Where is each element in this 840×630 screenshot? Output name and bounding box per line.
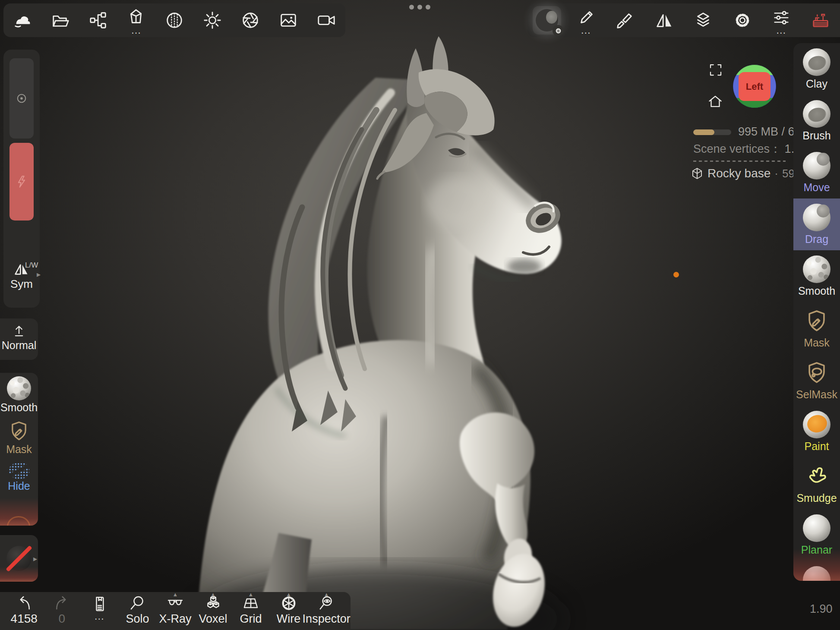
top-left-toolbar: … [3, 3, 345, 37]
object-name: Rocky base [707, 167, 771, 180]
material-settings-badge[interactable] [553, 25, 564, 36]
brush-tool-paint[interactable]: Paint [793, 406, 840, 457]
multitask-handle[interactable] [409, 5, 430, 9]
settings-button[interactable] [724, 3, 761, 37]
smooth-rocky-sphere-icon [803, 255, 831, 283]
brush-tool-drag[interactable]: Drag [793, 198, 840, 250]
undo-arrow-icon [15, 595, 34, 612]
inspector-button[interactable]: ▲ Inspector [308, 595, 345, 629]
quick-tool-hide[interactable]: Hide [0, 456, 38, 492]
sun-icon [202, 10, 222, 30]
caret-up-icon: ▲ [248, 591, 254, 598]
camera-button[interactable] [308, 3, 345, 37]
top-right-toolbar: … … [527, 3, 840, 37]
topology-sphere-icon [164, 10, 184, 30]
tool-label: Mask [804, 337, 830, 349]
gear-icon [733, 10, 752, 30]
caret-up-icon: ▲ [210, 591, 216, 598]
lightning-icon [14, 174, 29, 189]
circle-dot-icon [14, 91, 29, 106]
quick-tool-smooth[interactable]: Smooth [0, 373, 38, 414]
gizmo-face-label: Left [746, 81, 764, 92]
video-camera-icon [316, 10, 336, 30]
xray-button[interactable]: ▲ X-Ray [157, 595, 194, 629]
fullscreen-button[interactable] [708, 62, 723, 78]
paint-sphere-icon [803, 411, 831, 438]
mirror-triangles-icon [654, 10, 674, 30]
redo-button[interactable]: 0 [43, 595, 80, 629]
chevron-right-icon[interactable]: ▸ [33, 554, 37, 564]
brush-tool-planar[interactable]: Planar [793, 509, 840, 561]
intensity-slider[interactable] [9, 143, 34, 220]
scene-vertices-label: Scene vertices： [693, 142, 781, 155]
tool-label: Smooth [798, 285, 835, 297]
matcap-disabled-panel[interactable]: ▸ [0, 535, 38, 582]
symmetry-button[interactable] [646, 3, 683, 37]
radius-slider[interactable] [9, 58, 34, 139]
tool-label: Smooth [0, 401, 38, 414]
scene-object-row[interactable]: Rocky base · 598k [691, 167, 806, 180]
brush-tool-smooth[interactable]: Smooth [793, 250, 840, 302]
drag-sphere-icon [803, 204, 831, 231]
memory-bar-fill [693, 129, 714, 135]
caret-up-icon: ▲ [173, 591, 178, 598]
brush-sphere-icon [803, 100, 831, 128]
object-separator: · [774, 167, 778, 180]
brush-tool-mask[interactable]: Mask [793, 302, 840, 354]
layers-button[interactable] [685, 3, 722, 37]
grid-button[interactable]: ▲ Grid [232, 595, 269, 629]
more-indicator: … [131, 28, 142, 33]
debug-tools-button[interactable] [802, 3, 839, 37]
topology-button[interactable] [156, 3, 193, 37]
move-sphere-icon [803, 152, 831, 180]
files-button[interactable] [42, 3, 79, 37]
solo-button[interactable]: ▲ Solo [119, 595, 156, 629]
material-button[interactable] [528, 3, 565, 37]
brush-tool-partial[interactable] [793, 561, 840, 581]
brush-tool-smudge[interactable]: Smudge [793, 457, 840, 509]
more-indicator: … [94, 614, 105, 619]
tool-label: Drag [805, 233, 828, 246]
orientation-gizmo[interactable]: Left [732, 64, 777, 109]
aperture-icon [240, 10, 260, 30]
undo-count: 4158 [11, 612, 38, 626]
dissolve-dots-icon [9, 463, 29, 479]
view-mode-label: Grid [240, 612, 262, 626]
tool-label: Hide [8, 480, 30, 492]
stroke-normal-panel[interactable]: Normal [0, 318, 38, 360]
chevron-right-icon[interactable]: ▸ [37, 270, 41, 279]
lighting-button[interactable] [194, 3, 231, 37]
interface-button[interactable]: … [763, 3, 800, 37]
app-logo-button[interactable] [4, 3, 41, 37]
brush-tool-brush[interactable]: Brush [793, 95, 840, 147]
home-view-button[interactable] [707, 93, 723, 110]
info-separator [693, 161, 786, 162]
tool-label: Mask [6, 443, 32, 456]
partial-sphere-icon [803, 566, 831, 581]
more-indicator: … [776, 28, 787, 33]
undo-button[interactable]: 4158 [6, 595, 43, 629]
tool-label: Paint [805, 440, 829, 453]
clay-sphere-icon [803, 48, 831, 76]
stroke-button[interactable]: … [568, 3, 605, 37]
scene-graph-button[interactable] [80, 3, 117, 37]
quick-tool-mask[interactable]: Mask [0, 414, 38, 456]
symmetry-toggle[interactable]: L/W ▸ Sym [3, 260, 40, 291]
background-button[interactable] [270, 3, 307, 37]
painting-button[interactable] [606, 3, 644, 37]
caret-up-icon: ▲ [286, 591, 291, 598]
sphere-slash-icon [6, 546, 32, 571]
memory-usage-text: 995 MB / 666 M [738, 125, 794, 139]
post-process-button[interactable] [232, 3, 269, 37]
brush-tool-clay[interactable]: Clay [793, 43, 840, 95]
mesh-primitive-button[interactable]: … [118, 3, 155, 37]
wire-button[interactable]: ▲ Wire [270, 595, 307, 629]
toolbox-icon [811, 10, 831, 30]
voxel-button[interactable]: ▲ Voxel [195, 595, 232, 629]
view-mode-label: Voxel [199, 612, 227, 626]
history-button[interactable]: … [81, 595, 118, 629]
normal-label: Normal [2, 339, 37, 352]
tool-label: SelMask [796, 388, 837, 401]
brush-tool-selmask[interactable]: SelMask [793, 354, 840, 406]
brush-tool-move[interactable]: Move [793, 147, 840, 198]
